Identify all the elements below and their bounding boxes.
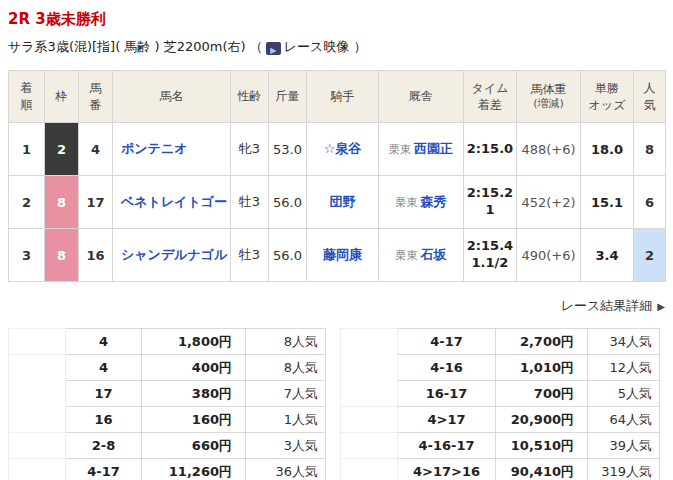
finish-time: 2:15.4 (466, 238, 514, 255)
payout-row-sanrentan: 3連単 4>17>16 90,410円 319人気 (341, 459, 660, 480)
col-horse-weight: 馬体重(増減) (517, 71, 581, 123)
bracket-number: 8 (45, 176, 79, 229)
wide-combo: 4-16 (398, 355, 496, 381)
jockey-link[interactable]: 団野 (330, 194, 356, 209)
col-horse-weight-sub: (増減) (519, 97, 578, 112)
win-odds: 3.4 (581, 229, 634, 282)
sex-age: 牡3 (231, 229, 269, 282)
margin: 1.1/2 (466, 255, 514, 272)
popularity: 8 (634, 123, 666, 176)
race-result-detail-link[interactable]: レース結果詳細▶ (561, 298, 665, 313)
tansho-amount: 1,800円 (142, 329, 246, 355)
jockey-link[interactable]: 藤岡康 (323, 247, 362, 262)
sanrentan-popularity: 319人気 (588, 459, 660, 480)
stable-cell: 栗東西園正 (379, 123, 464, 176)
col-horse-name: 馬名 (113, 71, 231, 123)
finish-position: 1 (9, 123, 45, 176)
horse-number: 16 (79, 229, 113, 282)
finish-time: 2:15.0 (466, 141, 514, 158)
finish-position: 2 (9, 176, 45, 229)
payout-section: 単勝 4 1,800円 8人気 複勝 4 400円 8人気 17 380円 7人… (8, 328, 673, 480)
win-odds: 15.1 (581, 176, 634, 229)
col-sex-age: 性齢 (231, 71, 269, 123)
horse-name-cell: ベネトレイトゴー (113, 176, 231, 229)
umaren-combo: 4-17 (66, 459, 142, 480)
fukusho-popularity: 7人気 (246, 381, 326, 407)
jockey-cell: 団野 (307, 176, 379, 229)
wide-label: ワイド (341, 329, 398, 407)
horse-name-cell: シャンデルナゴル (113, 229, 231, 282)
fukusho-amount: 160円 (142, 407, 246, 433)
sanrentan-label: 3連単 (341, 459, 398, 480)
trainer-link[interactable]: 森秀 (421, 194, 447, 209)
fukusho-combo: 4 (66, 355, 142, 381)
fukusho-label: 複勝 (9, 355, 66, 433)
time-margin-cell: 2:15.21 (464, 176, 517, 229)
time-margin-cell: 2:15.0 (464, 123, 517, 176)
horse-name-link[interactable]: ベネトレイトゴー (121, 194, 227, 209)
fukusho-amount: 400円 (142, 355, 246, 381)
wakuren-popularity: 3人気 (246, 433, 326, 459)
horse-weight: 490(+6) (517, 229, 581, 282)
wakuren-combo: 2-8 (66, 433, 142, 459)
horse-weight: 488(+6) (517, 123, 581, 176)
col-horse-weight-main: 馬体重 (531, 82, 567, 96)
trainer-link[interactable]: 西園正 (414, 141, 453, 156)
carried-weight: 56.0 (269, 176, 307, 229)
wide-popularity: 5人気 (588, 381, 660, 407)
payout-row-fukusho-1: 複勝 4 400円 8人気 (9, 355, 326, 381)
horse-name-link[interactable]: シャンデルナゴル (121, 247, 227, 262)
col-bracket: 枠 (45, 71, 79, 123)
margin: 1 (466, 202, 514, 219)
race-conditions-text: サラ系3歳(混)[指]( 馬齢 ) 芝2200m(右) (8, 39, 246, 54)
trainer-link[interactable]: 石坂 (421, 247, 447, 262)
col-popularity: 人 気 (634, 71, 666, 123)
payout-row-wide-1: ワイド 4-17 2,700円 34人気 (341, 329, 660, 355)
wakuren-label: 枠連 (9, 433, 66, 459)
stable-area-label: 栗東 (389, 143, 411, 156)
umatan-amount: 20,900円 (496, 407, 588, 433)
race-video-link[interactable]: レース映像 (284, 39, 350, 54)
fukusho-combo: 17 (66, 381, 142, 407)
race-results-table: 着 順 枠 馬 番 馬名 性齢 斤量 騎手 厩舎 タイム 着差 馬体重(増減) … (8, 70, 666, 282)
result-row-1: 1 2 4 ポンテニオ 牝3 53.0 ☆泉谷 栗東西園正 2:15.0 488… (9, 123, 666, 176)
sanrenpuku-combo: 4-16-17 (398, 433, 496, 459)
stable-cell: 栗東森秀 (379, 176, 464, 229)
payout-row-wakuren: 枠連 2-8 660円 3人気 (9, 433, 326, 459)
tansho-popularity: 8人気 (246, 329, 326, 355)
result-row-2: 2 8 17 ベネトレイトゴー 牡3 56.0 団野 栗東森秀 2:15.21 … (9, 176, 666, 229)
col-time-margin: タイム 着差 (464, 71, 517, 123)
time-margin-cell: 2:15.41.1/2 (464, 229, 517, 282)
stable-area-label: 栗東 (396, 249, 418, 262)
horse-weight: 452(+2) (517, 176, 581, 229)
wide-combo: 16-17 (398, 381, 496, 407)
wide-amount: 1,010円 (496, 355, 588, 381)
fukusho-popularity: 1人気 (246, 407, 326, 433)
jockey-link[interactable]: ☆泉谷 (324, 141, 362, 156)
play-glyph: ▶ (270, 46, 276, 55)
sanrenpuku-popularity: 39人気 (588, 433, 660, 459)
bracket-number: 2 (45, 123, 79, 176)
umaren-popularity: 36人気 (246, 459, 326, 480)
sex-age: 牡3 (231, 176, 269, 229)
payout-row-tansho: 単勝 4 1,800円 8人気 (9, 329, 326, 355)
wide-popularity: 12人気 (588, 355, 660, 381)
tansho-label: 単勝 (9, 329, 66, 355)
race-conditions: サラ系3歳(混)[指]( 馬齢 ) 芝2200m(右) （▶レース映像 ） (8, 38, 673, 56)
finish-position: 3 (9, 229, 45, 282)
stable-area-label: 栗東 (396, 196, 418, 209)
wide-combo: 4-17 (398, 329, 496, 355)
sanrenpuku-amount: 10,510円 (496, 433, 588, 459)
popularity: 6 (634, 176, 666, 229)
result-row-3: 3 8 16 シャンデルナゴル 牡3 56.0 藤岡康 栗東石坂 2:15.41… (9, 229, 666, 282)
sex-age: 牝3 (231, 123, 269, 176)
umaren-amount: 11,260円 (142, 459, 246, 480)
wide-amount: 2,700円 (496, 329, 588, 355)
horse-name-link[interactable]: ポンテニオ (121, 141, 188, 156)
horse-number: 17 (79, 176, 113, 229)
col-weight: 斤量 (269, 71, 307, 123)
jockey-cell: ☆泉谷 (307, 123, 379, 176)
umatan-popularity: 64人気 (588, 407, 660, 433)
payout-table-right: ワイド 4-17 2,700円 34人気 4-16 1,010円 12人気 16… (340, 328, 660, 480)
chevron-right-icon: ▶ (657, 301, 665, 312)
